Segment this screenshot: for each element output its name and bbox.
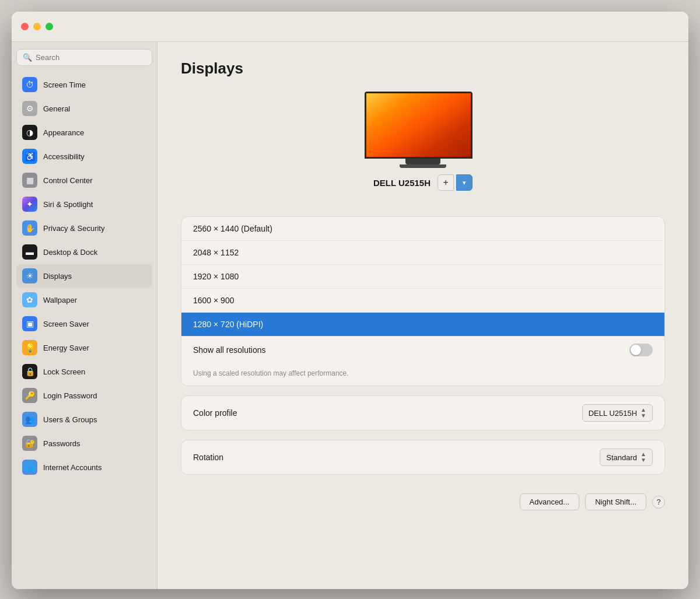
show-all-label: Show all resolutions	[193, 345, 266, 355]
rotation-row: Rotation Standard ▲▼	[181, 440, 664, 474]
color-profile-card: Color profile DELL U2515H ▲▼	[181, 395, 665, 430]
sidebar-item-desktop[interactable]: ▬ Desktop & Dock	[16, 240, 152, 264]
monitor-base	[400, 164, 446, 168]
sidebar-item-screen-time[interactable]: ⏱ Screen Time	[16, 73, 152, 96]
monitor-name: DELL U2515H	[373, 178, 430, 188]
sidebar-icon-passwords: 🔐	[22, 436, 37, 451]
sidebar-item-internet[interactable]: 🌐 Internet Accounts	[16, 456, 152, 479]
sidebar-icon-energy: 💡	[22, 340, 37, 355]
sidebar-label-screensaver: Screen Saver	[43, 320, 89, 328]
sidebar-label-displays: Displays	[43, 272, 72, 281]
color-profile-value: DELL U2515H	[589, 409, 637, 418]
sidebar-item-control-center[interactable]: ▦ Control Center	[16, 169, 152, 192]
rotation-label: Rotation	[193, 453, 223, 462]
monitor-image	[365, 92, 481, 167]
sidebar-icon-privacy: ✋	[22, 220, 37, 236]
sidebar-label-wallpaper: Wallpaper	[43, 296, 77, 304]
sidebar-label-appearance: Appearance	[43, 128, 84, 137]
performance-note: Using a scaled resolution may affect per…	[181, 363, 664, 386]
sidebar-item-wallpaper[interactable]: ✿ Wallpaper	[16, 288, 152, 311]
monitor-stand	[405, 159, 440, 164]
select-arrows-icon: ▲▼	[640, 407, 646, 419]
sidebar-icon-internet: 🌐	[22, 460, 37, 475]
search-input[interactable]	[36, 53, 146, 62]
sidebar-label-control-center: Control Center	[43, 176, 93, 185]
rotation-value: Standard	[606, 453, 637, 462]
sidebar-icon-siri: ✦	[22, 197, 37, 212]
maximize-button[interactable]	[46, 23, 53, 30]
color-profile-label: Color profile	[193, 408, 237, 418]
sidebar-icon-screen-time: ⏱	[22, 77, 37, 92]
search-icon: 🔍	[23, 53, 32, 62]
bottom-buttons: Advanced... Night Shift... ?	[181, 484, 665, 513]
sidebar-label-siri: Siri & Spotlight	[43, 200, 93, 209]
sidebar-label-lockscreen: Lock Screen	[43, 367, 85, 376]
monitor-controls: + ▾	[438, 174, 473, 191]
resolution-item-2[interactable]: 1920 × 1080	[181, 265, 664, 289]
sidebar-icon-accessibility: ♿	[22, 149, 37, 164]
night-shift-button[interactable]: Night Shift...	[585, 493, 646, 510]
sidebar-label-users: Users & Groups	[43, 415, 97, 424]
help-button[interactable]: ?	[652, 496, 665, 509]
sidebar-label-passwords: Passwords	[43, 439, 80, 448]
main-content: Displays DELL U2515H + ▾	[158, 42, 688, 589]
titlebar	[12, 12, 688, 42]
sidebar-icon-loginpassword: 🔑	[22, 388, 37, 403]
sidebar-item-lockscreen[interactable]: 🔒 Lock Screen	[16, 360, 152, 383]
rotation-arrows-icon: ▲▼	[640, 451, 646, 463]
monitor-name-row: DELL U2515H + ▾	[181, 174, 665, 191]
close-button[interactable]	[21, 23, 29, 30]
sidebar-label-loginpassword: Login Password	[43, 391, 97, 400]
sidebar-item-screensaver[interactable]: ▣ Screen Saver	[16, 312, 152, 335]
sidebar-item-appearance[interactable]: ◑ Appearance	[16, 121, 152, 144]
sidebar-item-passwords[interactable]: 🔐 Passwords	[16, 432, 152, 455]
resolution-item-0[interactable]: 2560 × 1440 (Default)	[181, 217, 664, 241]
show-all-row: Show all resolutions	[181, 336, 664, 363]
monitor-wallpaper	[366, 93, 471, 157]
add-display-button[interactable]: +	[438, 174, 454, 191]
resolution-item-4[interactable]: 1280 × 720 (HiDPI)	[181, 313, 664, 336]
resolution-card: 2560 × 1440 (Default)2048 × 11521920 × 1…	[181, 216, 665, 386]
sidebar-icon-appearance: ◑	[22, 125, 37, 140]
minimize-button[interactable]	[33, 23, 41, 30]
monitor-section: DELL U2515H + ▾	[181, 92, 665, 202]
sidebar-list: ⏱ Screen Time ⚙ General ◑ Appearance ♿ A…	[16, 73, 152, 479]
system-preferences-window: 🔍 ⏱ Screen Time ⚙ General ◑ Appearance ♿…	[12, 12, 688, 589]
sidebar-label-general: General	[43, 104, 70, 113]
sidebar-item-general[interactable]: ⚙ General	[16, 97, 152, 120]
sidebar-label-privacy: Privacy & Security	[43, 224, 104, 233]
resolution-list: 2560 × 1440 (Default)2048 × 11521920 × 1…	[181, 217, 664, 336]
rotation-select[interactable]: Standard ▲▼	[600, 449, 653, 466]
sidebar-label-desktop: Desktop & Dock	[43, 248, 97, 257]
display-dropdown-button[interactable]: ▾	[456, 174, 473, 191]
sidebar-label-energy: Energy Saver	[43, 344, 89, 352]
sidebar-icon-desktop: ▬	[22, 244, 37, 260]
traffic-lights	[21, 23, 53, 30]
page-title: Displays	[181, 59, 665, 78]
sidebar-item-siri[interactable]: ✦ Siri & Spotlight	[16, 192, 152, 216]
resolution-item-3[interactable]: 1600 × 900	[181, 289, 664, 313]
sidebar-icon-control-center: ▦	[22, 173, 37, 188]
color-profile-select[interactable]: DELL U2515H ▲▼	[582, 404, 653, 422]
sidebar-item-accessibility[interactable]: ♿ Accessibility	[16, 145, 152, 168]
sidebar-item-energy[interactable]: 💡 Energy Saver	[16, 336, 152, 359]
resolution-item-1[interactable]: 2048 × 1152	[181, 241, 664, 265]
sidebar-item-loginpassword[interactable]: 🔑 Login Password	[16, 384, 152, 407]
sidebar-icon-displays: ☀	[22, 268, 37, 283]
sidebar-item-privacy[interactable]: ✋ Privacy & Security	[16, 216, 152, 240]
sidebar-label-accessibility: Accessibility	[43, 152, 85, 161]
sidebar-item-users[interactable]: 👥 Users & Groups	[16, 408, 152, 431]
advanced-button[interactable]: Advanced...	[520, 493, 580, 510]
sidebar-item-displays[interactable]: ☀ Displays	[16, 264, 152, 288]
sidebar-icon-users: 👥	[22, 412, 37, 427]
rotation-card: Rotation Standard ▲▼	[181, 440, 665, 475]
toggle-knob	[631, 345, 641, 355]
sidebar: 🔍 ⏱ Screen Time ⚙ General ◑ Appearance ♿…	[12, 42, 158, 589]
search-box[interactable]: 🔍	[16, 49, 152, 66]
color-profile-row: Color profile DELL U2515H ▲▼	[181, 396, 664, 430]
show-all-toggle[interactable]	[629, 344, 653, 356]
sidebar-icon-general: ⚙	[22, 101, 37, 116]
sidebar-label-internet: Internet Accounts	[43, 463, 102, 472]
window-content: 🔍 ⏱ Screen Time ⚙ General ◑ Appearance ♿…	[12, 42, 688, 589]
chevron-down-icon: ▾	[463, 179, 466, 187]
